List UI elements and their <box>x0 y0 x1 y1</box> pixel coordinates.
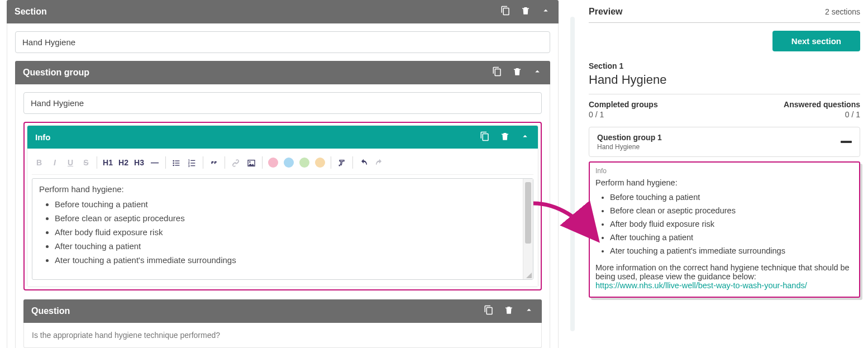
chevron-up-icon[interactable] <box>520 131 530 143</box>
underline-button[interactable]: U <box>65 158 75 167</box>
preview-info-label: Info <box>595 167 853 175</box>
editor-bullet-list: Before touching a patientBefore clean or… <box>55 197 516 267</box>
preview-info-card: Info Perform hand hygiene: Before touchi… <box>589 161 860 298</box>
editor-scrollbar[interactable] <box>523 179 533 279</box>
list-item: Before clean or aseptic procedures <box>55 211 516 225</box>
svg-rect-11 <box>190 165 195 166</box>
copy-icon[interactable] <box>480 131 490 143</box>
list-item: Before clean or aseptic procedures <box>610 204 853 217</box>
preview-info-bullets: Before touching a patientBefore clean or… <box>610 190 853 258</box>
chevron-up-icon[interactable] <box>524 305 534 317</box>
rich-text-editor[interactable]: Perform hand hygiene: Before touching a … <box>32 178 533 280</box>
svg-rect-5 <box>175 165 179 165</box>
h1-button[interactable]: H1 <box>103 158 113 167</box>
h3-button[interactable]: H3 <box>134 158 144 167</box>
link-button[interactable] <box>231 158 241 167</box>
question-header-title: Question <box>31 306 484 316</box>
list-item: After touching a patient <box>610 231 853 244</box>
strike-button[interactable]: S <box>81 158 91 167</box>
preview-question-group-card: Question group 1 Hand Hygiene <box>589 127 860 157</box>
list-item: Ater touching a patient's immediate surr… <box>610 244 853 258</box>
answered-questions-value: 0 / 1 <box>784 110 860 119</box>
clear-format-button[interactable] <box>337 158 347 167</box>
hr-button[interactable]: — <box>150 158 160 167</box>
undo-button[interactable] <box>359 158 369 167</box>
svg-point-0 <box>173 160 174 161</box>
bold-button[interactable]: B <box>34 158 44 167</box>
preview-section-title: Hand Hygiene <box>589 73 860 87</box>
collapse-icon <box>841 141 852 143</box>
info-block-highlight: Info B <box>23 122 542 290</box>
trash-icon[interactable] <box>500 131 510 143</box>
svg-point-13 <box>249 161 251 163</box>
question-header: Question <box>23 299 542 323</box>
section-header-title: Section <box>15 7 500 17</box>
question-text: Is the appropriate hand hygiene techniqu… <box>32 331 220 340</box>
color-green[interactable] <box>299 158 309 168</box>
trash-icon[interactable] <box>504 305 514 317</box>
color-blue[interactable] <box>284 158 294 168</box>
svg-point-2 <box>173 162 174 164</box>
rich-text-toolbar: B I U S H1 H2 H3 — <box>32 153 533 175</box>
color-orange[interactable] <box>315 158 325 168</box>
image-button[interactable] <box>246 158 256 167</box>
copy-icon[interactable] <box>484 305 494 317</box>
h2-button[interactable]: H2 <box>118 158 128 167</box>
preview-info-moretext: More information on the correct hand hyg… <box>595 263 853 281</box>
copy-icon[interactable] <box>492 66 502 79</box>
quote-button[interactable] <box>209 158 219 167</box>
preview-qg-toggle[interactable]: Question group 1 Hand Hygiene <box>589 127 860 156</box>
color-pink[interactable] <box>268 158 278 168</box>
svg-point-4 <box>173 164 174 166</box>
svg-rect-9 <box>190 163 195 163</box>
copy-icon[interactable] <box>500 6 511 18</box>
editor-intro-line: Perform hand hygiene: <box>39 184 516 194</box>
completed-groups-value: 0 / 1 <box>589 110 658 119</box>
trash-icon[interactable] <box>512 66 522 79</box>
list-item: Ater touching a patient's immediate surr… <box>55 253 516 267</box>
preview-info-intro: Perform hand hygiene: <box>595 178 853 187</box>
italic-button[interactable]: I <box>50 158 60 167</box>
section-header: Section <box>7 0 559 23</box>
preview-label: Preview <box>589 7 622 17</box>
question-group-header: Question group <box>15 61 550 84</box>
redo-button[interactable] <box>374 158 384 167</box>
editor-pane: Section Question group <box>0 0 564 348</box>
section-title-input[interactable] <box>15 31 550 53</box>
preview-info-link[interactable]: https://www.nhs.uk/llive-well/best-way-t… <box>595 281 807 290</box>
question-group-title-input[interactable] <box>23 92 542 114</box>
svg-rect-3 <box>175 163 179 163</box>
info-header: Info <box>27 126 538 149</box>
pane-resizer[interactable] <box>564 0 581 348</box>
chevron-up-icon[interactable] <box>532 66 542 79</box>
list-item: Before touching a patient <box>55 197 516 211</box>
section-panel: Section Question group <box>7 0 559 348</box>
svg-rect-1 <box>175 160 179 161</box>
answered-questions-label: Answered questions <box>784 100 860 109</box>
completed-groups-label: Completed groups <box>589 100 658 109</box>
ol-button[interactable]: 123 <box>187 158 197 167</box>
chevron-up-icon[interactable] <box>541 6 551 18</box>
list-item: Before touching a patient <box>610 190 853 204</box>
svg-text:3: 3 <box>188 164 190 167</box>
question-panel: Question Is the appropriate hand hygiene… <box>23 299 542 348</box>
list-item: After body fluid exposure risk <box>610 217 853 231</box>
list-item: After touching a patient <box>55 239 516 253</box>
ul-button[interactable] <box>171 158 182 167</box>
preview-qg-title: Question group 1 <box>597 133 662 142</box>
preview-sections-count: 2 sections <box>825 7 860 16</box>
preview-pane: Preview 2 sections Next section Section … <box>581 0 868 348</box>
next-section-button[interactable]: Next section <box>772 31 860 51</box>
trash-icon[interactable] <box>521 6 531 18</box>
list-item: After body fluid exposure risk <box>55 225 516 239</box>
question-group-panel: Question group In <box>15 61 550 348</box>
info-header-title: Info <box>35 132 480 142</box>
preview-section-number: Section 1 <box>589 61 860 70</box>
svg-rect-7 <box>190 160 195 160</box>
question-group-header-title: Question group <box>23 68 492 78</box>
preview-qg-subtitle: Hand Hygiene <box>597 143 662 151</box>
